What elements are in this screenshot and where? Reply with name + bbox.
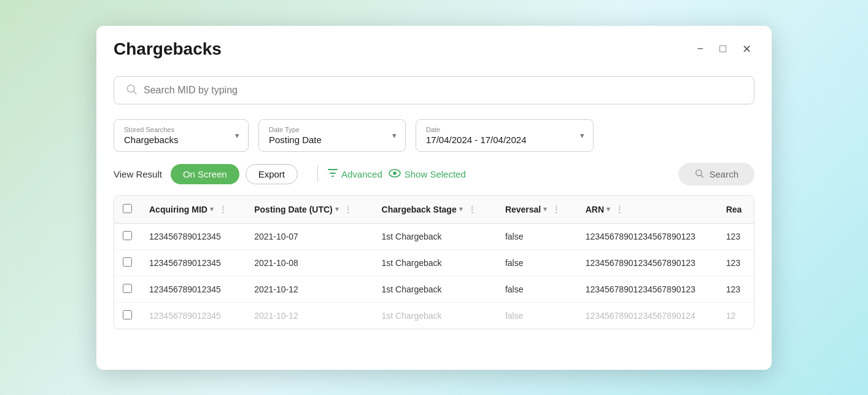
cell-reversal: false <box>497 249 577 276</box>
search-bar-container <box>114 76 754 104</box>
row-checkbox-cell <box>114 276 141 302</box>
cell-acquiring_mid: 123456789012345 <box>141 302 246 329</box>
col-menu-posting-date[interactable]: ⋮ <box>344 205 352 214</box>
svg-point-3 <box>393 171 397 175</box>
cell-reversal: false <box>497 276 577 302</box>
page-title: Chargebacks <box>114 39 222 59</box>
row-checkbox-cell <box>114 223 141 249</box>
cell-posting_date: 2021-10-08 <box>246 249 373 276</box>
cell-posting_date: 2021-10-12 <box>246 276 373 302</box>
cell-acquiring_mid: 123456789012345 <box>141 223 246 249</box>
table-header-row: Acquiring MID ▾ ⋮ Posting Date (UTC) ▾ ⋮ <box>114 196 754 224</box>
row-checkbox-0[interactable] <box>123 231 132 240</box>
date-type-value: Posting Date <box>269 135 395 145</box>
date-range-chevron-icon: ▾ <box>580 131 584 140</box>
row-checkbox-2[interactable] <box>123 284 132 293</box>
date-type-chevron-icon: ▾ <box>392 131 397 140</box>
search-bar-wrapper <box>96 65 772 111</box>
advanced-button[interactable]: Advanced <box>328 169 382 179</box>
search-input[interactable] <box>144 85 743 96</box>
export-button[interactable]: Export <box>246 164 298 184</box>
cell-chargeback_stage: 1st Chargeback <box>373 276 497 302</box>
search-icon <box>125 83 138 98</box>
sort-icon-posting-date: ▾ <box>335 205 339 213</box>
select-all-col[interactable] <box>114 196 141 224</box>
col-acquiring-mid[interactable]: Acquiring MID ▾ ⋮ <box>141 196 246 224</box>
sort-icon-reversal: ▾ <box>543 205 547 213</box>
svg-line-5 <box>701 175 703 178</box>
view-result-label: View Result <box>114 169 162 179</box>
cell-reversal: false <box>497 302 577 329</box>
stored-searches-label: Stored Searches <box>124 126 238 133</box>
titlebar: Chargebacks − □ ✕ <box>96 26 772 65</box>
on-screen-button[interactable]: On Screen <box>171 164 239 184</box>
cell-rea: 12 <box>718 302 754 329</box>
table-row: 1234567890123452021-10-121st Chargebackf… <box>114 276 754 302</box>
advanced-label: Advanced <box>341 169 382 179</box>
filters-row: Stored Searches Chargebacks ▾ Date Type … <box>96 111 772 157</box>
col-reversal[interactable]: Reversal ▾ ⋮ <box>497 196 577 224</box>
col-rea[interactable]: Rea <box>718 196 754 224</box>
date-type-label: Date Type <box>269 126 395 133</box>
cell-rea: 123 <box>718 249 754 276</box>
row-checkbox-3[interactable] <box>123 310 132 319</box>
cell-rea: 123 <box>718 276 754 302</box>
svg-point-4 <box>696 170 702 175</box>
main-window: Chargebacks − □ ✕ Stored Searches Charge… <box>96 26 772 370</box>
cell-posting_date: 2021-10-07 <box>246 223 373 249</box>
filter-icon <box>328 169 338 179</box>
search-button-label: Search <box>709 169 738 179</box>
table-row: 1234567890123452021-10-121st Chargebackf… <box>114 302 754 329</box>
row-checkbox-cell <box>114 302 141 329</box>
cell-acquiring_mid: 123456789012345 <box>141 276 246 302</box>
col-menu-acquiring-mid[interactable]: ⋮ <box>219 205 227 214</box>
stored-searches-chevron-icon: ▾ <box>235 131 239 140</box>
sort-icon-acquiring-mid: ▾ <box>210 205 214 213</box>
stored-searches-value: Chargebacks <box>124 135 238 145</box>
close-button[interactable]: ✕ <box>739 41 754 57</box>
cell-reversal: false <box>497 223 577 249</box>
select-all-checkbox[interactable] <box>123 204 132 213</box>
sort-icon-chargeback-stage: ▾ <box>459 205 463 213</box>
cell-chargeback_stage: 1st Chargeback <box>373 302 497 329</box>
table-row: 1234567890123452021-10-081st Chargebackf… <box>114 249 754 276</box>
col-menu-chargeback-stage[interactable]: ⋮ <box>468 205 476 214</box>
cell-arn: 12345678901234567890123 <box>577 276 718 302</box>
cell-arn: 12345678901234567890123 <box>577 249 718 276</box>
date-range-select[interactable]: Date 17/04/2024 - 17/04/2024 ▾ <box>416 119 594 152</box>
row-checkbox-1[interactable] <box>123 257 132 267</box>
window-controls: − □ ✕ <box>694 41 754 57</box>
svg-line-1 <box>134 91 137 94</box>
date-range-label: Date <box>426 126 583 133</box>
col-chargeback-stage[interactable]: Chargeback Stage ▾ ⋮ <box>373 196 497 224</box>
minimize-button[interactable]: − <box>694 41 707 57</box>
cell-acquiring_mid: 123456789012345 <box>141 249 246 276</box>
actions-divider <box>317 165 318 182</box>
col-menu-reversal[interactable]: ⋮ <box>552 205 560 214</box>
search-button-icon <box>694 168 704 180</box>
row-checkbox-cell <box>114 249 141 276</box>
svg-point-0 <box>127 85 134 92</box>
cell-rea: 123 <box>718 223 754 249</box>
date-range-value: 17/04/2024 - 17/04/2024 <box>426 135 583 145</box>
eye-icon <box>389 169 401 179</box>
date-type-select[interactable]: Date Type Posting Date ▾ <box>258 119 406 152</box>
stored-searches-select[interactable]: Stored Searches Chargebacks ▾ <box>114 119 249 152</box>
results-table-wrapper: Acquiring MID ▾ ⋮ Posting Date (UTC) ▾ ⋮ <box>114 195 754 329</box>
col-arn[interactable]: ARN ▾ ⋮ <box>577 196 718 224</box>
show-selected-label: Show Selected <box>405 169 466 179</box>
col-posting-date[interactable]: Posting Date (UTC) ▾ ⋮ <box>246 196 373 224</box>
cell-arn: 12345678901234567890123 <box>577 223 718 249</box>
table-body: 1234567890123452021-10-071st Chargebackf… <box>114 223 754 329</box>
maximize-button[interactable]: □ <box>716 41 729 57</box>
cell-arn: 12345678901234567890124 <box>577 302 718 329</box>
cell-chargeback_stage: 1st Chargeback <box>373 249 497 276</box>
col-menu-arn[interactable]: ⋮ <box>615 205 624 214</box>
cell-chargeback_stage: 1st Chargeback <box>373 223 497 249</box>
search-button[interactable]: Search <box>678 163 754 186</box>
actions-row: View Result On Screen Export Advanced Sh… <box>96 157 772 192</box>
sort-icon-arn: ▾ <box>606 205 610 213</box>
table-row: 1234567890123452021-10-071st Chargebackf… <box>114 223 754 249</box>
results-table: Acquiring MID ▾ ⋮ Posting Date (UTC) ▾ ⋮ <box>114 196 754 329</box>
show-selected-button[interactable]: Show Selected <box>389 169 466 179</box>
